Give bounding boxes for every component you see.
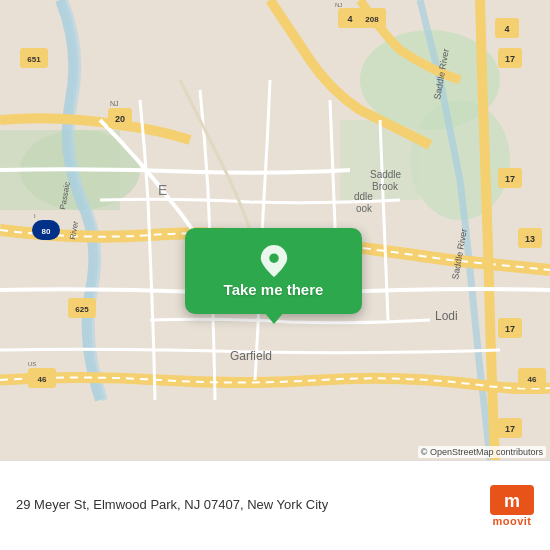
svg-point-49	[269, 253, 278, 262]
svg-text:Saddle: Saddle	[370, 169, 402, 180]
svg-text:17: 17	[505, 424, 515, 434]
moovit-icon: m	[490, 485, 534, 515]
svg-text:4: 4	[504, 24, 509, 34]
svg-text:17: 17	[505, 324, 515, 334]
svg-text:E: E	[158, 182, 167, 198]
svg-text:13: 13	[525, 234, 535, 244]
svg-text:m: m	[504, 491, 520, 511]
svg-text:4: 4	[347, 14, 352, 24]
cta-label: Take me there	[224, 281, 324, 298]
moovit-label: moovit	[492, 515, 531, 527]
svg-text:46: 46	[38, 375, 47, 384]
bottom-bar: 29 Meyer St, Elmwood Park, NJ 07407, New…	[0, 460, 550, 550]
svg-text:20: 20	[115, 114, 125, 124]
address-display: 29 Meyer St, Elmwood Park, NJ 07407, New…	[16, 496, 478, 514]
map-container: 20 NJ 80 I 46 US 17 17 17 4 NJ	[0, 0, 550, 550]
take-me-there-button[interactable]: Take me there	[185, 228, 362, 314]
svg-text:Lodi: Lodi	[435, 309, 458, 323]
svg-text:Brook: Brook	[372, 181, 399, 192]
svg-text:NJ: NJ	[335, 2, 342, 8]
location-pin-icon	[260, 245, 288, 277]
svg-text:17: 17	[505, 54, 515, 64]
svg-text:NJ: NJ	[110, 100, 119, 107]
svg-text:80: 80	[42, 227, 51, 236]
svg-text:625: 625	[75, 305, 89, 314]
svg-text:208: 208	[365, 15, 379, 24]
svg-text:US: US	[28, 361, 36, 367]
svg-text:ook: ook	[356, 203, 373, 214]
svg-text:17: 17	[505, 174, 515, 184]
svg-text:ddle: ddle	[354, 191, 373, 202]
svg-text:Garfield: Garfield	[230, 349, 272, 363]
osm-attribution: © OpenStreetMap contributors	[418, 446, 546, 458]
svg-text:46: 46	[528, 375, 537, 384]
svg-text:651: 651	[27, 55, 41, 64]
moovit-logo: m moovit	[490, 485, 534, 527]
